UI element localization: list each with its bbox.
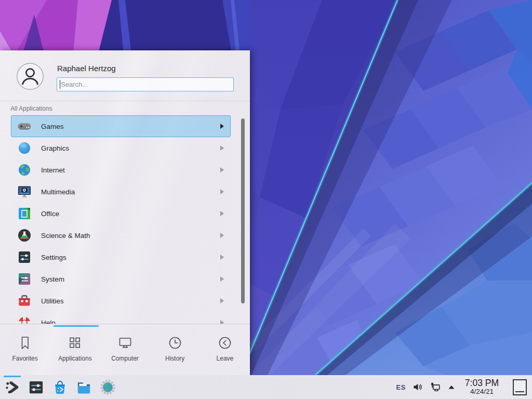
category-help[interactable]: Help <box>11 312 231 324</box>
tab-applications[interactable]: Applications <box>50 324 100 375</box>
tab-label: Favorites <box>12 355 37 362</box>
globe-icon <box>17 163 32 177</box>
software-bag-icon <box>52 379 68 395</box>
document-icon <box>17 206 32 221</box>
submenu-arrow-icon <box>220 124 224 129</box>
category-label: Help <box>41 319 220 324</box>
user-name: Raphael Hertzog <box>57 64 233 73</box>
tab-label: Applications <box>58 355 92 362</box>
settings-sliders-icon <box>28 379 44 395</box>
category-utilities[interactable]: Utilities <box>11 290 231 312</box>
category-settings[interactable]: Settings <box>11 246 231 268</box>
category-label: Science & Math <box>41 232 220 240</box>
submenu-arrow-icon <box>220 255 224 260</box>
tab-label: History <box>165 355 184 362</box>
grid-icon <box>67 335 83 351</box>
search-input[interactable] <box>57 77 234 91</box>
folder-icon <box>76 379 92 395</box>
category-label: Multimedia <box>41 188 220 196</box>
flask-icon <box>17 228 32 243</box>
scrollbar[interactable] <box>241 115 245 324</box>
tab-label: Leave <box>217 355 234 362</box>
category-label: Graphics <box>41 144 220 152</box>
category-label: Office <box>41 210 220 218</box>
expand-tray-arrow-icon[interactable] <box>448 384 455 390</box>
submenu-arrow-icon <box>220 298 224 303</box>
category-office[interactable]: Office <box>11 203 231 224</box>
digital-clock[interactable]: 7:03 PM 4/24/21 <box>465 378 499 396</box>
category-label: Internet <box>41 166 220 174</box>
lifebuoy-icon <box>17 315 32 324</box>
desktop: Raphael Hertzog All Applications <box>0 0 532 399</box>
category-list: Games Graphics <box>0 115 250 324</box>
clock-time: 7:03 PM <box>465 378 499 388</box>
application-launcher-button[interactable] <box>4 379 21 396</box>
text-caret <box>60 80 60 89</box>
category-internet[interactable]: Internet <box>11 159 231 181</box>
file-manager-button[interactable] <box>75 379 92 396</box>
launcher-active-indicator <box>4 376 21 377</box>
category-label: Utilities <box>41 297 220 305</box>
submenu-arrow-icon <box>220 189 224 194</box>
web-browser-button[interactable] <box>99 379 116 396</box>
category-games[interactable]: Games <box>11 115 231 137</box>
submenu-arrow-icon <box>220 145 224 151</box>
category-label: System <box>41 275 220 283</box>
submenu-arrow-icon <box>220 320 224 324</box>
multimedia-icon <box>17 184 32 199</box>
kde-kickoff-icon <box>4 379 20 395</box>
volume-icon[interactable] <box>413 382 423 392</box>
category-label: Games <box>41 123 220 130</box>
globe-gear-icon <box>100 379 116 395</box>
category-multimedia[interactable]: Multimedia <box>11 181 231 203</box>
launcher-footer-tabs: Favorites Applications <box>0 324 250 375</box>
system-tray: ES 7:03 PM <box>396 378 527 396</box>
submenu-arrow-icon <box>220 276 224 282</box>
category-label: Settings <box>41 254 220 261</box>
launcher-header: Raphael Hertzog <box>0 50 250 101</box>
sliders-icon <box>17 250 32 264</box>
bookmark-icon <box>17 335 33 351</box>
clock-date: 4/24/21 <box>465 388 499 396</box>
show-desktop-button[interactable] <box>513 379 527 395</box>
discover-button[interactable] <box>51 379 69 396</box>
sphere-icon <box>17 141 32 155</box>
section-label: All Applications <box>0 101 250 115</box>
clock-icon <box>167 335 183 351</box>
tab-history[interactable]: History <box>150 324 200 375</box>
submenu-arrow-icon <box>220 211 224 216</box>
system-icon <box>17 272 32 286</box>
submenu-arrow-icon <box>220 167 224 172</box>
taskbar: ES 7:03 PM <box>0 375 532 399</box>
submenu-arrow-icon <box>220 233 224 238</box>
leave-icon <box>217 335 233 351</box>
category-system[interactable]: System <box>11 268 231 290</box>
monitor-icon <box>117 335 133 351</box>
active-tab-indicator <box>54 325 99 327</box>
system-settings-button[interactable] <box>28 379 45 396</box>
keyboard-layout-indicator[interactable]: ES <box>396 383 405 391</box>
tab-favorites[interactable]: Favorites <box>0 324 50 375</box>
avatar[interactable] <box>17 63 44 90</box>
scrollbar-thumb[interactable] <box>241 118 245 303</box>
tab-label: Computer <box>111 355 139 362</box>
tab-computer[interactable]: Computer <box>100 324 150 375</box>
tab-leave[interactable]: Leave <box>200 324 250 375</box>
network-icon[interactable] <box>430 381 441 393</box>
application-launcher-menu: Raphael Hertzog All Applications <box>0 50 250 375</box>
category-science-math[interactable]: Science & Math <box>11 224 231 246</box>
gamepad-icon <box>17 119 32 134</box>
category-graphics[interactable]: Graphics <box>11 137 231 159</box>
toolbox-icon <box>17 294 32 308</box>
